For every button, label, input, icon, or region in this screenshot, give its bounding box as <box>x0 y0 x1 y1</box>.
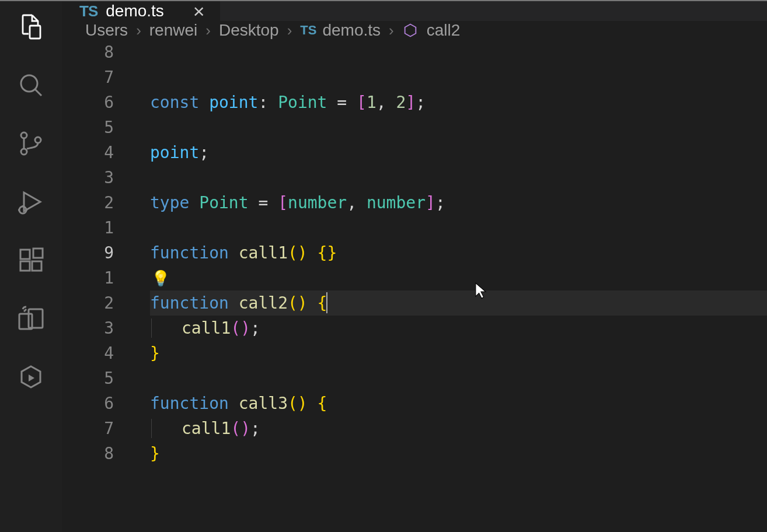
token: () <box>231 318 250 338</box>
run-debug-icon[interactable] <box>17 188 45 216</box>
line-number: 5 <box>62 366 114 391</box>
code-line[interactable]: function call3() { <box>150 391 767 416</box>
svg-rect-13 <box>33 249 43 258</box>
code-line[interactable]: type Point = [number, number]; <box>150 190 767 215</box>
extensions-icon[interactable] <box>17 246 45 274</box>
main-area: TS demo.ts × Users › renwei › Desktop › … <box>62 1 767 532</box>
token: number <box>288 193 347 212</box>
code-line[interactable] <box>150 115 767 140</box>
svg-rect-14 <box>29 309 43 328</box>
code-line[interactable]: point; <box>150 140 767 165</box>
chevron-right-icon: › <box>389 22 394 40</box>
token: ; <box>435 193 445 212</box>
token: call3 <box>239 394 288 413</box>
token: } <box>150 444 160 463</box>
code-line[interactable] <box>150 466 767 491</box>
token: ; <box>416 93 426 112</box>
token: number <box>367 193 426 212</box>
svg-rect-12 <box>32 261 41 271</box>
line-number: 3 <box>62 165 114 190</box>
token: } <box>150 344 160 363</box>
text-cursor <box>326 292 327 313</box>
svg-rect-0 <box>30 26 40 38</box>
breadcrumb-file[interactable]: demo.ts <box>322 21 381 40</box>
token: ; <box>250 318 260 338</box>
token <box>308 293 318 313</box>
line-number: 5 <box>62 115 114 140</box>
token: () <box>288 394 308 413</box>
line-number: 4 <box>62 341 114 366</box>
line-number: 2 <box>62 290 114 316</box>
token: point <box>209 93 258 112</box>
tab-demo-ts[interactable]: TS demo.ts × <box>62 1 221 21</box>
token: ] <box>406 93 416 112</box>
token: () <box>288 243 308 262</box>
svg-point-5 <box>35 137 41 143</box>
code-line[interactable]: function call1() {} <box>150 240 767 265</box>
code-line[interactable]: const point: Point = [1, 2]; <box>150 90 767 115</box>
token: : <box>258 93 278 112</box>
breadcrumb[interactable]: Users › renwei › Desktop › TS demo.ts › … <box>62 21 767 40</box>
token: = <box>327 93 357 112</box>
gutter: 87654321912345678 <box>62 40 129 532</box>
source-control-icon[interactable] <box>17 130 45 158</box>
code-line[interactable]: call1(); <box>150 316 767 341</box>
token <box>308 243 318 262</box>
token: type <box>150 193 199 212</box>
editor[interactable]: 87654321912345678 const point: Point = [… <box>62 40 767 532</box>
line-number: 1 <box>62 265 114 290</box>
token: 1 <box>367 93 376 112</box>
explorer-icon[interactable] <box>17 13 45 41</box>
testing-icon[interactable] <box>17 363 45 391</box>
token: call1 <box>239 243 288 262</box>
token: ] <box>426 193 435 212</box>
token: call1 <box>182 318 231 338</box>
search-icon[interactable] <box>17 71 45 99</box>
token: Point <box>278 93 327 112</box>
code-line[interactable]: 💡 <box>150 265 767 290</box>
typescript-icon: TS <box>300 23 316 38</box>
breadcrumb-segment[interactable]: Desktop <box>219 21 279 40</box>
token: = <box>249 193 278 212</box>
line-number: 1 <box>62 215 114 240</box>
code-line[interactable] <box>150 366 767 391</box>
code-line[interactable]: call1(); <box>150 416 767 441</box>
svg-rect-15 <box>19 314 32 329</box>
token: {} <box>318 243 337 262</box>
line-number: 3 <box>62 316 114 341</box>
line-number: 6 <box>62 391 114 416</box>
token: point <box>150 143 199 162</box>
tab-label: demo.ts <box>106 2 164 20</box>
token <box>308 394 318 413</box>
code-line[interactable] <box>150 165 767 190</box>
token: function <box>150 394 239 413</box>
code-line[interactable]: } <box>150 441 767 466</box>
token: Point <box>199 193 248 212</box>
chevron-right-icon: › <box>287 22 292 40</box>
code-line[interactable]: function call2() { <box>150 290 767 316</box>
function-icon <box>402 22 419 38</box>
token: { <box>318 394 327 413</box>
code-line[interactable] <box>150 215 767 240</box>
token: call1 <box>182 419 231 438</box>
code-line[interactable]: } <box>150 341 767 366</box>
svg-line-2 <box>35 89 41 96</box>
close-icon[interactable]: × <box>193 1 205 21</box>
breadcrumb-segment[interactable]: Users <box>85 21 128 40</box>
chevron-right-icon: › <box>205 22 211 40</box>
lightbulb-icon[interactable]: 💡 <box>151 270 170 287</box>
svg-point-3 <box>21 132 27 138</box>
breadcrumb-segment[interactable]: renwei <box>149 21 197 40</box>
token: () <box>231 419 250 438</box>
token: ; <box>250 419 260 438</box>
breadcrumb-symbol[interactable]: call2 <box>427 21 461 40</box>
code-line[interactable] <box>150 491 767 516</box>
line-number: 4 <box>62 140 114 165</box>
remote-explorer-icon[interactable] <box>17 304 45 332</box>
svg-point-4 <box>21 149 27 155</box>
token: function <box>150 243 239 262</box>
indent-guide: call1(); <box>151 419 260 438</box>
tab-bar: TS demo.ts × <box>62 1 767 21</box>
code-area[interactable]: const point: Point = [1, 2]; point; type… <box>129 40 767 532</box>
token: [ <box>278 193 288 212</box>
